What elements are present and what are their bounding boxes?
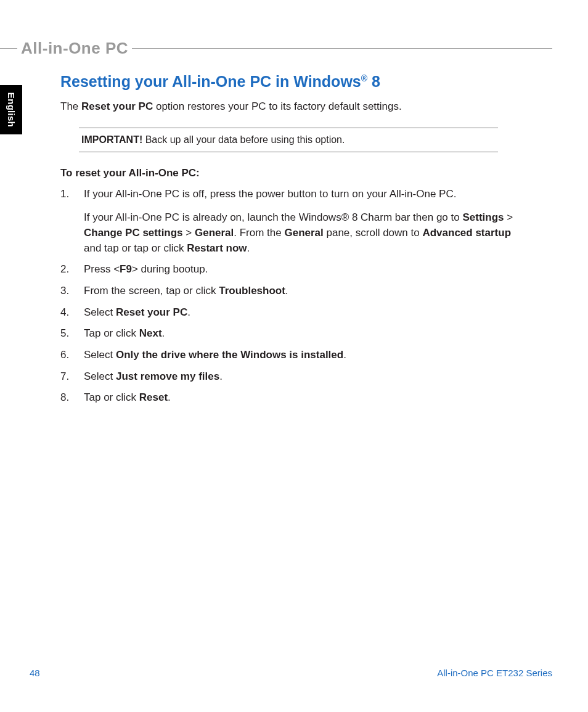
sub-heading: To reset your All-in-One PC: — [60, 167, 517, 179]
rule-left — [0, 48, 17, 49]
step-1-p2-t7: . — [247, 242, 250, 254]
step-1-p2-b4: General — [284, 227, 323, 239]
brand-label: All-in-One PC — [17, 39, 132, 58]
footer: 48 All-in-One PC ET232 Series — [30, 668, 552, 678]
step-7: Select Just remove my files. — [60, 369, 517, 385]
step-1: If your All-in-One PC is off, press the … — [60, 187, 517, 256]
step-3-t1: From the screen, tap or click — [84, 285, 219, 297]
important-callout: IMPORTANT! Back up all your data before … — [79, 128, 498, 152]
step-6-t2: . — [343, 349, 346, 361]
step-1-p1: If your All-in-One PC is off, press the … — [84, 188, 456, 200]
step-2-b1: F9 — [120, 263, 132, 275]
step-7-b1: Just remove my files — [116, 370, 219, 382]
title-reg: ® — [361, 73, 367, 83]
language-tab-label: English — [6, 92, 17, 127]
step-2: Press <F9> during bootup. — [60, 262, 517, 277]
step-1-p2: If your All-in-One PC is already on, lau… — [84, 210, 517, 256]
step-7-t1: Select — [84, 370, 116, 382]
step-3-b1: Troubleshoot — [219, 285, 285, 297]
title-pre: Resetting your All-in-One PC in Windows — [60, 73, 361, 90]
step-1-p2-b3: General — [195, 227, 234, 239]
intro-bold: Reset your PC — [81, 100, 153, 112]
step-5-b1: Next — [139, 327, 162, 339]
step-1-p2-t6: and tap or tap or click — [84, 242, 187, 254]
rule-right — [132, 48, 552, 49]
step-7-t2: . — [219, 370, 223, 382]
step-1-p2-b5: Advanced startup — [422, 227, 511, 239]
page-title: Resetting your All-in-One PC in Windows®… — [60, 73, 517, 91]
step-1-p2-b6: Restart now — [187, 242, 247, 254]
series-label: All-in-One PC ET232 Series — [437, 668, 552, 678]
step-2-t1: Press < — [84, 263, 120, 275]
intro-post: option restores your PC to its factory d… — [153, 100, 401, 112]
step-6-b1: Only the drive where the Windows is inst… — [116, 349, 343, 361]
step-1-p2-t1: If your All-in-One PC is already on, lau… — [84, 211, 462, 223]
step-8-t1: Tap or click — [84, 391, 139, 403]
step-1-p2-t5: pane, scroll down to — [324, 227, 423, 239]
step-3-t2: . — [285, 285, 288, 297]
step-8-b1: Reset — [139, 391, 168, 403]
intro-paragraph: The Reset your PC option restores your P… — [60, 99, 517, 114]
important-text: Back up all your data before using this … — [142, 134, 345, 145]
step-1-p2-b2: Change PC settings — [84, 227, 183, 239]
content-area: Resetting your All-in-One PC in Windows®… — [60, 73, 517, 412]
step-3: From the screen, tap or click Troublesho… — [60, 284, 517, 299]
step-1-p2-t3: > — [183, 227, 195, 239]
step-8: Tap or click Reset. — [60, 390, 517, 406]
step-4-t1: Select — [84, 306, 116, 318]
language-tab: English — [0, 85, 22, 134]
title-post: 8 — [367, 73, 380, 90]
step-4: Select Reset your PC. — [60, 305, 517, 321]
step-5-t1: Tap or click — [84, 327, 139, 339]
intro-pre: The — [60, 100, 81, 112]
step-1-p2-b1: Settings — [462, 211, 504, 223]
step-2-t2: > during bootup. — [132, 263, 208, 275]
page-number: 48 — [30, 668, 40, 678]
step-1-p2-t4: . From the — [234, 227, 284, 239]
important-label: IMPORTANT! — [81, 134, 142, 145]
step-6: Select Only the drive where the Windows … — [60, 348, 517, 363]
step-5: Tap or click Next. — [60, 326, 517, 342]
step-4-t2: . — [187, 306, 190, 318]
step-4-b1: Reset your PC — [116, 306, 187, 318]
step-5-t2: . — [162, 327, 165, 339]
header-rule: All-in-One PC — [0, 39, 552, 58]
step-6-t1: Select — [84, 349, 116, 361]
step-1-p2-t2: > — [504, 211, 513, 223]
page: All-in-One PC English Resetting your All… — [0, 0, 588, 712]
step-8-t2: . — [168, 391, 171, 403]
steps-list: If your All-in-One PC is off, press the … — [60, 187, 517, 406]
